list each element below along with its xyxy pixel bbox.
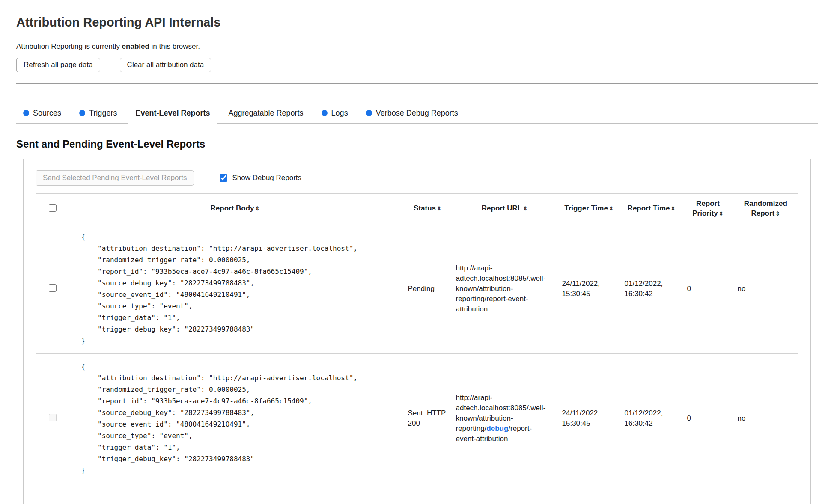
tab-sources[interactable]: Sources <box>16 103 68 123</box>
header-label: Report Priority <box>692 199 720 217</box>
table-footer-row <box>36 483 798 492</box>
report-body-cell: { "attribution_destination": "http://ara… <box>67 353 404 483</box>
blue-dot-icon <box>366 110 372 116</box>
header-report-body[interactable]: Report Body⇕ <box>67 194 404 224</box>
report-priority-cell: 0 <box>683 353 733 483</box>
sort-icon: ⇕ <box>437 205 441 212</box>
tab-triggers[interactable]: Triggers <box>72 103 124 123</box>
divider <box>16 83 818 84</box>
report-url: http://arapi-adtech.localhost:8085/.well… <box>456 264 546 313</box>
table-header-row: Report Body⇕ Status⇕ Report URL⇕ Trigger… <box>36 194 798 224</box>
tab-label: Verbose Debug Reports <box>376 109 458 118</box>
panel-controls: Send Selected Pending Event-Level Report… <box>36 170 798 186</box>
randomized-report-cell: no <box>733 224 798 353</box>
tab-event-level-reports[interactable]: Event-Level Reports <box>128 103 217 124</box>
sort-icon: ⇕ <box>609 205 614 212</box>
report-url-cell: http://arapi-adtech.localhost:8085/.well… <box>452 353 558 483</box>
status-cell: Sent: HTTP 200 <box>404 353 452 483</box>
toolbar: Refresh all page data Clear all attribut… <box>16 58 818 72</box>
tab-label: Logs <box>331 109 348 118</box>
tab-verbose-debug-reports[interactable]: Verbose Debug Reports <box>359 103 465 123</box>
blue-dot-icon <box>23 110 29 116</box>
header-label: Trigger Time <box>564 204 608 212</box>
tab-label: Aggregatable Reports <box>228 109 303 118</box>
report-select-checkbox[interactable] <box>49 284 57 292</box>
report-priority-cell: 0 <box>683 224 733 353</box>
page-title: Attribution Reporting API Internals <box>16 15 818 30</box>
trigger-time-cell: 24/11/2022, 15:30:45 <box>558 224 620 353</box>
header-label: Report Time <box>628 204 670 212</box>
attribution-internals-page: Attribution Reporting API Internals Attr… <box>0 0 834 504</box>
header-report-url[interactable]: Report URL⇕ <box>452 194 558 224</box>
event-level-reports-table: Report Body⇕ Status⇕ Report URL⇕ Trigger… <box>36 193 798 492</box>
status-enabled: enabled <box>122 42 149 50</box>
blue-dot-icon <box>79 110 85 116</box>
row-select-cell <box>36 353 67 483</box>
trigger-time-cell: 24/11/2022, 15:30:45 <box>558 353 620 483</box>
report-body-cell: { "attribution_destination": "http://ara… <box>67 224 404 353</box>
status-prefix: Attribution Reporting is currently <box>16 42 122 50</box>
reports-panel: Send Selected Pending Event-Level Report… <box>23 159 811 504</box>
header-randomized-report[interactable]: Randomized Report⇕ <box>733 194 798 224</box>
send-selected-reports-button: Send Selected Pending Event-Level Report… <box>36 170 194 186</box>
header-label: Report URL <box>482 204 522 212</box>
sort-icon: ⇕ <box>670 205 675 212</box>
tab-label: Sources <box>33 109 61 118</box>
blue-dot-icon <box>322 110 328 116</box>
header-label: Status <box>414 204 436 212</box>
report-body-json: { "attribution_destination": "http://ara… <box>81 231 399 347</box>
tab-bar: Sources Triggers Event-Level Reports Agg… <box>16 103 818 124</box>
status-cell: Pending <box>404 224 452 353</box>
table-row: { "attribution_destination": "http://ara… <box>36 224 798 353</box>
select-all-checkbox[interactable] <box>49 204 57 212</box>
tab-logs[interactable]: Logs <box>315 103 355 123</box>
section-heading: Sent and Pending Event-Level Reports <box>16 138 818 150</box>
row-select-cell <box>36 224 67 353</box>
sort-icon: ⇕ <box>775 210 780 217</box>
status-text: Attribution Reporting is currently enabl… <box>16 42 818 51</box>
clear-all-attribution-data-button[interactable]: Clear all attribution data <box>120 58 211 72</box>
status-suffix: in this browser. <box>149 42 200 50</box>
header-report-time[interactable]: Report Time⇕ <box>620 194 683 224</box>
report-body-json: { "attribution_destination": "http://ara… <box>81 361 399 476</box>
header-status[interactable]: Status⇕ <box>404 194 452 224</box>
debug-link[interactable]: debug <box>486 424 508 433</box>
refresh-all-page-data-button[interactable]: Refresh all page data <box>16 58 100 72</box>
report-time-cell: 01/12/2022, 16:30:42 <box>620 353 683 483</box>
show-debug-reports-checkbox[interactable] <box>220 174 227 182</box>
sort-icon: ⇕ <box>255 205 260 212</box>
report-select-checkbox <box>49 414 57 421</box>
show-debug-reports-label: Show Debug Reports <box>232 174 301 182</box>
report-url-cell: http://arapi-adtech.localhost:8085/.well… <box>452 224 558 353</box>
randomized-report-cell: no <box>733 353 798 483</box>
sort-icon: ⇕ <box>523 205 527 212</box>
header-label: Randomized Report <box>744 199 787 217</box>
header-select-all-cell <box>36 194 67 224</box>
sort-icon: ⇕ <box>719 210 724 217</box>
tab-aggregatable-reports[interactable]: Aggregatable Reports <box>221 103 310 123</box>
report-time-cell: 01/12/2022, 16:30:42 <box>620 224 683 353</box>
header-label: Report Body <box>211 204 254 212</box>
show-debug-reports-toggle[interactable]: Show Debug Reports <box>218 173 301 183</box>
header-trigger-time[interactable]: Trigger Time⇕ <box>558 194 620 224</box>
tab-label: Triggers <box>89 109 117 118</box>
table-footer-spacer <box>36 483 798 492</box>
header-report-priority[interactable]: Report Priority⇕ <box>683 194 733 224</box>
table-row: { "attribution_destination": "http://ara… <box>36 353 798 483</box>
tab-label: Event-Level Reports <box>135 109 210 118</box>
